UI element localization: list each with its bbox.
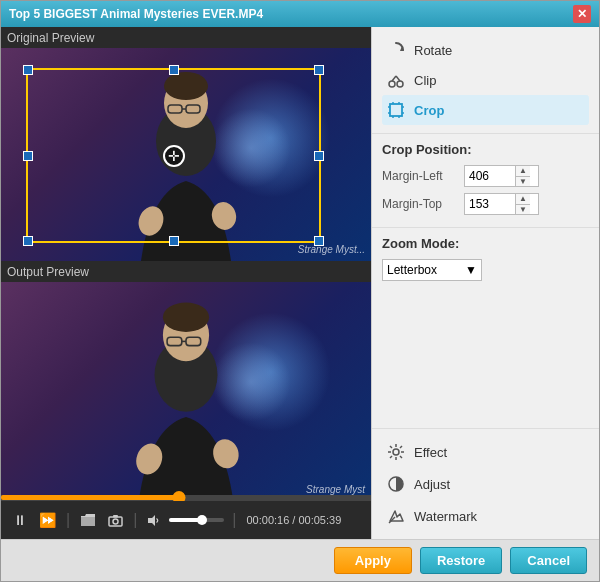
adjust-tool[interactable]: Adjust: [382, 469, 589, 499]
restore-button[interactable]: Restore: [420, 547, 502, 574]
margin-left-field[interactable]: [465, 166, 515, 186]
title-bar: Top 5 BIGGEST Animal Mysteries EVER.MP4 …: [1, 1, 599, 27]
margin-top-row: Margin-Top ▲ ▼: [382, 193, 589, 215]
person-figure-output: [76, 291, 296, 501]
separator-2: |: [133, 511, 137, 529]
crop-handle-ml[interactable]: [23, 151, 33, 161]
crop-handle-tl[interactable]: [23, 65, 33, 75]
watermark-icon: [386, 506, 406, 526]
svg-point-21: [389, 81, 395, 87]
volume-slider[interactable]: [169, 518, 224, 522]
time-display: 00:00:16 / 00:05:39: [246, 514, 341, 526]
screenshot-button[interactable]: [104, 512, 127, 529]
margin-left-row: Margin-Left ▲ ▼: [382, 165, 589, 187]
volume-thumb[interactable]: [197, 515, 207, 525]
margin-left-input[interactable]: ▲ ▼: [464, 165, 539, 187]
fast-forward-button[interactable]: ⏩: [35, 510, 60, 530]
svg-point-17: [113, 519, 118, 524]
output-video: Strange Myst: [1, 282, 371, 501]
crop-handle-bm[interactable]: [169, 236, 179, 246]
crop-label: Crop: [414, 103, 444, 118]
spacer: [372, 289, 599, 428]
main-window: Top 5 BIGGEST Animal Mysteries EVER.MP4 …: [0, 0, 600, 582]
left-panel: Original Preview: [1, 27, 371, 539]
volume-fill: [169, 518, 202, 522]
controls-bar: ⏸ ⏩ | |: [1, 501, 371, 539]
volume-icon: [147, 514, 161, 527]
crop-handle-bl[interactable]: [23, 236, 33, 246]
svg-line-41: [400, 446, 402, 448]
svg-line-24: [396, 76, 400, 81]
svg-line-39: [390, 446, 392, 448]
original-preview-label: Original Preview: [7, 31, 94, 45]
tools-section: Rotate Clip: [372, 27, 599, 134]
svg-line-42: [390, 456, 392, 458]
folder-button[interactable]: [76, 512, 100, 529]
margin-left-label: Margin-Left: [382, 169, 460, 183]
crop-handle-tm[interactable]: [169, 65, 179, 75]
svg-rect-18: [113, 515, 118, 518]
watermark-label: Watermark: [414, 509, 477, 524]
window-title: Top 5 BIGGEST Animal Mysteries EVER.MP4: [9, 7, 263, 21]
output-preview: Strange Myst: [1, 282, 371, 501]
crop-handle-tr[interactable]: [314, 65, 324, 75]
watermark-original: Strange Myst...: [298, 244, 365, 255]
adjust-label: Adjust: [414, 477, 450, 492]
crop-position-section: Crop Position: Margin-Left ▲ ▼ Margin-To…: [372, 134, 599, 228]
crop-position-title: Crop Position:: [382, 142, 589, 157]
clip-icon: [386, 70, 406, 90]
svg-line-40: [400, 456, 402, 458]
original-preview: ✛ Strange Myst...: [1, 48, 371, 261]
zoom-mode-dropdown[interactable]: Letterbox ▼: [382, 259, 482, 281]
zoom-mode-title: Zoom Mode:: [382, 236, 589, 251]
right-panel: Rotate Clip: [371, 27, 599, 539]
crop-icon: [386, 100, 406, 120]
cancel-button[interactable]: Cancel: [510, 547, 587, 574]
svg-point-22: [397, 81, 403, 87]
margin-left-down[interactable]: ▼: [516, 177, 530, 187]
margin-left-arrows: ▲ ▼: [515, 166, 530, 186]
progress-track-area: [1, 495, 371, 501]
original-video: ✛ Strange Myst...: [1, 48, 371, 261]
zoom-dropdown-arrow: ▼: [465, 263, 477, 277]
crop-box[interactable]: ✛: [26, 68, 321, 243]
clip-tool[interactable]: Clip: [382, 65, 589, 95]
close-button[interactable]: ✕: [573, 5, 591, 23]
rotate-icon: [386, 40, 406, 60]
progress-fill: [1, 495, 179, 500]
rotate-label: Rotate: [414, 43, 452, 58]
progress-knob[interactable]: [172, 491, 185, 501]
play-pause-button[interactable]: ⏸: [9, 510, 31, 530]
margin-left-up[interactable]: ▲: [516, 166, 530, 177]
margin-top-input[interactable]: ▲ ▼: [464, 193, 539, 215]
bottom-tools-list: Effect Adjust: [382, 437, 589, 531]
zoom-mode-value: Letterbox: [387, 263, 437, 277]
crop-handle-mr[interactable]: [314, 151, 324, 161]
footer: Apply Restore Cancel: [1, 539, 599, 581]
clip-label: Clip: [414, 73, 436, 88]
separator-1: |: [66, 511, 70, 529]
effect-tool[interactable]: Effect: [382, 437, 589, 467]
margin-top-arrows: ▲ ▼: [515, 194, 530, 214]
zoom-mode-section: Zoom Mode: Letterbox ▼: [372, 228, 599, 289]
margin-top-field[interactable]: [465, 194, 515, 214]
svg-point-34: [393, 449, 399, 455]
bottom-tools-section: Effect Adjust: [372, 428, 599, 539]
apply-button[interactable]: Apply: [334, 547, 412, 574]
rotate-tool[interactable]: Rotate: [382, 35, 589, 65]
camera-icon: [108, 514, 123, 527]
move-icon[interactable]: ✛: [163, 145, 185, 167]
svg-marker-19: [148, 515, 155, 526]
effect-label: Effect: [414, 445, 447, 460]
volume-button[interactable]: [143, 512, 165, 529]
separator-3: |: [232, 511, 236, 529]
margin-top-down[interactable]: ▼: [516, 205, 530, 215]
svg-point-10: [163, 303, 209, 332]
effect-icon: [386, 442, 406, 462]
watermark-tool[interactable]: Watermark: [382, 501, 589, 531]
crop-tool[interactable]: Crop: [382, 95, 589, 125]
margin-top-up[interactable]: ▲: [516, 194, 530, 205]
svg-line-23: [392, 76, 396, 81]
adjust-icon: [386, 474, 406, 494]
svg-rect-25: [390, 104, 402, 116]
